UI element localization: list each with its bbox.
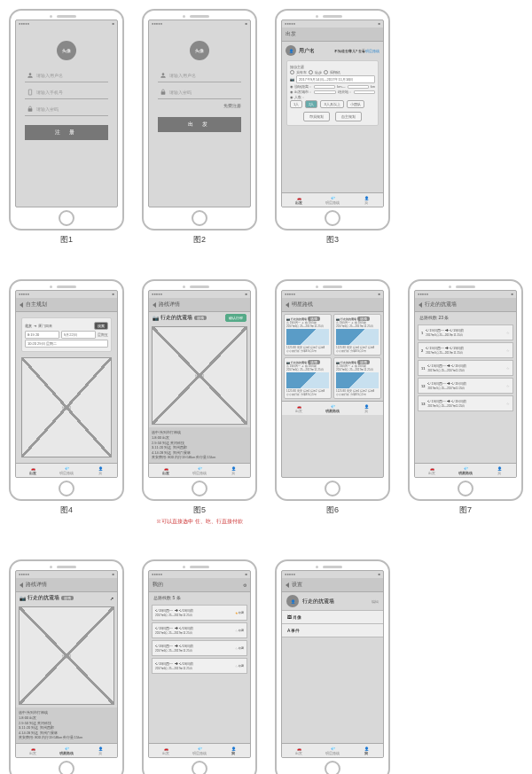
avatar-icon: 👤	[286, 45, 296, 56]
avatar-icon: 👤	[286, 595, 299, 607]
avatar[interactable]: 头像	[190, 41, 209, 60]
city-input[interactable]	[314, 90, 336, 94]
tab-go[interactable]: 🚗出发	[149, 464, 183, 477]
back-icon[interactable]	[20, 302, 23, 308]
back-icon[interactable]	[419, 302, 422, 308]
route-card[interactable]: 📷 行走的抗震墙 选项① 19日西一 ➜ ⑩ 19日前2017年9月 25—20…	[333, 314, 381, 356]
tab-go[interactable]: 🚗出发	[282, 193, 316, 207]
plan-auto-button[interactable]: 帮我规划	[303, 112, 330, 121]
route-list-item[interactable]: 12⏱19日西一 ➜ ⏱19日前2017年9月 25—2017年11 25日☆	[418, 378, 513, 394]
home-button[interactable]	[59, 210, 74, 226]
star-icon[interactable]: ☆	[506, 366, 510, 371]
tab-my[interactable]: 👤我	[83, 744, 117, 757]
back-icon[interactable]	[153, 302, 156, 308]
home-button[interactable]	[59, 481, 74, 496]
tab-go[interactable]: 🚗出发	[16, 744, 50, 757]
back-icon[interactable]	[286, 302, 289, 308]
share-icon[interactable]: ↗	[110, 596, 113, 601]
phone-input[interactable]: 请输入手机号	[25, 86, 108, 99]
phone-frame-3: ●●●●●■ 出发 👤 用户名 不知道去哪儿? 去看明星路线 旅游主题 我有车	[275, 9, 390, 231]
username-input[interactable]: 请输入用户名	[25, 69, 108, 82]
radio[interactable]	[324, 70, 328, 74]
tab-my[interactable]: 👤我	[216, 464, 250, 477]
star-icon[interactable]: ☆	[506, 348, 510, 353]
plan-self-button[interactable]: 自主规划	[335, 112, 362, 121]
opt-btn[interactable]: 小团队	[347, 100, 364, 108]
phone-frame-6: ●●●●●■ 明星路线 📷 行走的抗震墙 选项① 19日西一 ➜ ⑩ 19日前2…	[275, 279, 390, 501]
back-icon[interactable]	[286, 582, 289, 588]
back-icon[interactable]	[20, 582, 23, 588]
date-input[interactable]: 2017年9月14日—2017年11月16日	[296, 75, 375, 83]
map-placeholder: 地图	[152, 326, 247, 425]
home-button[interactable]	[59, 761, 74, 774]
password-input[interactable]: 请输入密码	[158, 86, 241, 99]
password-input[interactable]: 请输入密码	[25, 103, 108, 116]
username-input[interactable]: 请输入用户名	[158, 69, 241, 82]
tab-my[interactable]: 👤我	[349, 193, 383, 207]
route-list-item[interactable]: 1⏱19日西一 ➜ ⏱19日前2017年9月 25—2017年11 25日☆	[418, 324, 513, 340]
search-button[interactable]: 搜索	[94, 322, 108, 330]
dist-input[interactable]	[314, 85, 335, 89]
settings-icon[interactable]: ⚙	[243, 582, 246, 588]
tab-star[interactable]: 💎明星路线	[449, 464, 482, 477]
dist-input[interactable]	[348, 85, 369, 89]
tab-go[interactable]: 🚗出发	[282, 402, 316, 415]
tab-my[interactable]: 👤我	[482, 464, 516, 477]
star-icon[interactable]: ☆	[506, 384, 510, 388]
tab-go[interactable]: 🚗出发	[149, 744, 183, 757]
tab-go[interactable]: 🚗出发	[415, 464, 449, 477]
tab-star[interactable]: 💎明星路线	[50, 744, 83, 757]
phone-frame-8: ●●●●●■ 路线详情 📷行走的抗震墙选项 ↗ 地图 选中:第到市打神线 1.8…	[9, 559, 124, 774]
avatar[interactable]: 头像	[57, 41, 76, 60]
tab-my[interactable]: 👤我	[349, 744, 383, 757]
tab-star[interactable]: 💎明星路线	[316, 402, 349, 415]
option-button[interactable]: 确认行程	[225, 314, 246, 322]
go-button[interactable]: 出 发	[158, 117, 241, 132]
settings-row[interactable]: 🖼 肖像	[282, 611, 383, 624]
route-list-item[interactable]: 11⏱19日西一 ➜ ⏱19日前2017年9月 25—2017年11 25日☆	[418, 360, 513, 376]
home-button[interactable]	[325, 761, 340, 774]
tab-go[interactable]: 🚗出发	[16, 464, 50, 477]
username-label: 用户名	[299, 47, 315, 55]
tab-my[interactable]: 👤我	[83, 464, 117, 477]
radio[interactable]	[309, 70, 313, 74]
tab-go[interactable]: 🚗出发	[282, 744, 316, 757]
home-button[interactable]	[192, 761, 207, 774]
tab-star[interactable]: 💎明星路线	[316, 193, 349, 207]
home-button[interactable]	[458, 481, 473, 496]
city-input[interactable]	[354, 90, 376, 94]
tab-star[interactable]: 💎明星路线	[50, 464, 83, 477]
route-list-item[interactable]: 2⏱19日西一 ➜ ⏱19日前2017年9月 25—2017年11 25日☆	[418, 342, 513, 358]
home-button[interactable]	[192, 481, 207, 496]
opt-btn[interactable]: 3人及以上	[320, 100, 343, 108]
tab-star[interactable]: 💎明星路线	[183, 464, 216, 477]
star-icon[interactable]: ☆	[506, 331, 510, 335]
settings-row[interactable]: A 事件	[282, 624, 383, 637]
star-icon[interactable]: ☆	[506, 402, 510, 406]
register-button[interactable]: 注 册	[25, 125, 108, 140]
route-card[interactable]: 📷 行走的抗震墙 选项① 19日西一 ➜ ⑩ 19日前2017年9月 25—20…	[333, 357, 381, 399]
svg-rect-1	[28, 108, 33, 111]
count-label: 总路线数 23 条	[415, 312, 516, 323]
opt-btn[interactable]: 1人	[290, 100, 302, 108]
opt-btn[interactable]: 2人	[305, 100, 317, 108]
register-link[interactable]: 免费注册	[158, 103, 241, 108]
my-route-item[interactable]: ⏱19日西一 ➜ ⏱19日前2017年9月 25—2017年11 25日☆ 收藏	[152, 622, 247, 638]
my-route-item[interactable]: ⏱19日西一 ➜ ⏱19日前2017年9月 25—2017年11 25日★ 收藏	[152, 605, 247, 621]
my-route-item[interactable]: ⏱19日西一 ➜ ⏱19日前2017年9月 25—2017年11 25日☆ 收藏	[152, 658, 247, 674]
tab-star[interactable]: 💎明星路线	[316, 744, 349, 757]
star-route-link[interactable]: 明星路线	[365, 49, 379, 53]
route-list-item[interactable]: 13⏱19日西一 ➜ ⏱19日前2017年9月 25—2017年11 25日☆	[418, 395, 513, 411]
radio[interactable]	[290, 70, 294, 74]
tab-my[interactable]: 👤我	[349, 402, 383, 415]
tab-my[interactable]: 👤我	[216, 744, 250, 757]
route-card[interactable]: 📷 行走的抗震墙 选项① 19日西一 ➜ ⑩ 19日前2017年9月 25—20…	[284, 314, 332, 356]
tab-star[interactable]: 💎明星路线	[183, 744, 216, 757]
edit-link[interactable]: 编辑	[372, 599, 379, 604]
home-button[interactable]	[325, 481, 340, 496]
home-button[interactable]	[325, 210, 340, 226]
svg-rect-0	[28, 90, 31, 95]
home-button[interactable]	[192, 210, 207, 226]
my-route-item[interactable]: ⏱19日西一 ➜ ⏱19日前2017年9月 25—2017年11 25日☆ 收藏	[152, 640, 247, 656]
route-card[interactable]: 📷 行走的抗震墙 选项① 19日西一 ➜ ⑩ 19日前2017年9月 25—20…	[284, 357, 332, 399]
